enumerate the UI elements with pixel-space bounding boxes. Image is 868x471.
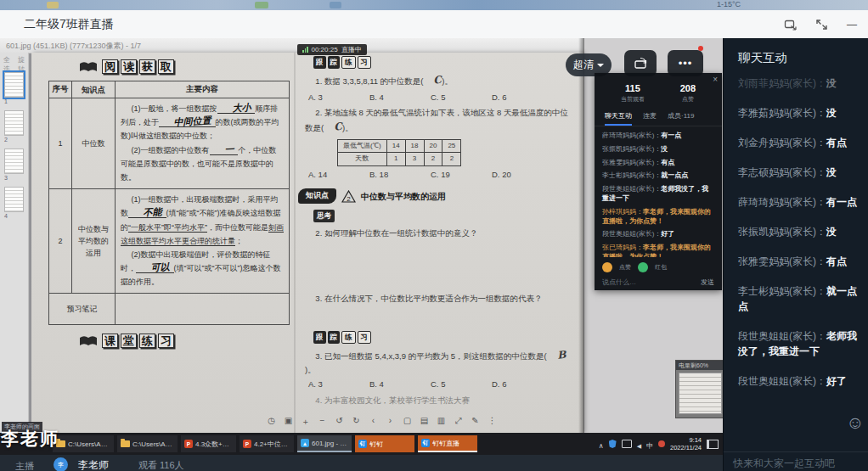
taskbar-item-label: C:\Users\Adminis...: [68, 440, 110, 448]
viewer-tool-icon[interactable]: ✎: [470, 416, 481, 428]
option: A. 3: [308, 92, 369, 104]
panel-input-row: 说点什么… 发送: [602, 278, 714, 287]
chat-input[interactable]: 快来和大家一起互动吧: [733, 457, 835, 471]
viewer-tool-icon[interactable]: ▤: [419, 416, 430, 428]
message-text: 就一点点: [661, 171, 688, 179]
row2-point: 中位数与平均数的运用: [72, 189, 116, 294]
panel-message-input[interactable]: 说点什么…: [602, 278, 636, 287]
app-icon: 钉: [358, 440, 367, 448]
handwritten-answer: 不能: [132, 207, 162, 218]
badge-char: 习: [358, 56, 372, 69]
tray-expand-icon[interactable]: [599, 436, 604, 451]
title-char: 课: [102, 334, 118, 348]
emoji-icon[interactable]: [845, 412, 865, 433]
chat-message: 张振凯妈妈(家长)：没: [738, 224, 864, 239]
handwritten-answer: 大小: [221, 103, 251, 114]
taskbar-item[interactable]: C:\Users\Adminis...: [53, 435, 114, 452]
temp-cell: 25: [442, 139, 461, 152]
redpacket-icon[interactable]: [638, 262, 648, 272]
viewer-tool-icon[interactable]: ▣: [283, 416, 294, 428]
panel-tab[interactable]: 聊天互动: [605, 111, 632, 126]
page-thumbnail[interactable]: 2: [4, 104, 24, 143]
taskbar-item[interactable]: 钉 钉钉: [355, 435, 414, 452]
minimize-icon[interactable]: [844, 18, 860, 31]
viewer-tool-icon[interactable]: ↻: [351, 416, 362, 428]
viewer-tool-icon[interactable]: ›: [385, 416, 396, 428]
viewer-tool-icon[interactable]: ＋: [300, 416, 311, 428]
taskbar-item[interactable]: 钉 钉钉直播: [418, 435, 477, 452]
speaker-icon[interactable]: [637, 436, 641, 451]
panel-chat-message: 张已琦妈妈：李老师，我来围观你的直播啦，为你点赞！: [602, 244, 714, 257]
taskbar-item-label: 4.2+中位数课件-...: [254, 440, 290, 449]
thumbnail-image[interactable]: [4, 187, 24, 212]
chat-header: 聊天互动: [738, 50, 787, 66]
message-text: 没: [826, 226, 837, 238]
page-thumbnail[interactable]: 4: [4, 181, 24, 219]
action-center-icon[interactable]: [707, 440, 719, 449]
message-text: 没: [826, 77, 837, 89]
viewer-tool-icon[interactable]: ‹: [368, 416, 379, 428]
option: B. 18: [369, 169, 431, 182]
page-thumbnail[interactable]: 3: [4, 143, 24, 181]
network-icon[interactable]: [622, 440, 632, 448]
panel-tab[interactable]: 成员·119: [668, 111, 694, 126]
option: C. 5: [431, 92, 492, 104]
preview-notes-empty: [116, 294, 290, 325]
viewer-tool-icon[interactable]: ▥: [436, 416, 447, 428]
knowledge-table: 序号 知识点 主要内容 1 中位数 (1)一般地，将一组数据按大小顺序排列后，处…: [48, 81, 290, 325]
like-icon[interactable]: [602, 262, 612, 272]
table-row: 2 中位数与平均数的运用 (1)一组数据中，出现极端数据时，采用平均数不能(填“…: [49, 189, 290, 294]
q4-partial: 4. 为丰富校园文化，某校举行学生书法大赛: [305, 395, 570, 407]
viewer-tool-icon[interactable]: −: [317, 416, 328, 428]
triangle-number-icon: 2: [341, 190, 356, 203]
taskbar-item[interactable]: C:\Users\Adminis...: [117, 435, 178, 452]
handwritten-answer: B: [546, 347, 566, 365]
col-header-num: 序号: [49, 81, 72, 98]
chat-message: 李志硕妈妈(家长)：没: [738, 165, 864, 180]
viewer-tool-icon[interactable]: ↺: [334, 416, 345, 428]
panel-chat-message: 张振凯妈妈(家长)：没: [602, 145, 714, 154]
screenshot-icon[interactable]: [783, 18, 798, 31]
live-timer: 00:20:25: [312, 46, 338, 53]
mini-window-title: 电量剩60%: [676, 361, 724, 370]
likes-stat: 208 点赞: [680, 83, 696, 104]
taskbar-item[interactable]: P 4.3众数+第一课时...: [181, 435, 236, 452]
option: B. 4: [369, 92, 431, 104]
thumbnail-image[interactable]: [4, 72, 24, 98]
viewers-stat: 115 当前观看: [621, 83, 645, 104]
viewer-tool-icon[interactable]: ⋮: [487, 416, 498, 428]
app-icon: P: [243, 440, 251, 448]
viewer-tool-icon[interactable]: ◷: [266, 416, 277, 428]
option: C. 5: [431, 378, 492, 391]
thumbnail-image[interactable]: [4, 110, 24, 136]
file-info: 601.jpg (451.1KB) (777x1230像素) - 1/7: [6, 41, 141, 52]
option: B. 4: [369, 378, 431, 391]
viewers-label: 当前观看: [621, 95, 645, 104]
viewer-tool-icon[interactable]: ▢: [402, 416, 413, 428]
q3-options: A. 3B. 4C. 5D. 6: [308, 378, 570, 391]
shield-icon[interactable]: [609, 440, 617, 448]
tray-app-icon[interactable]: [658, 440, 665, 447]
chat-message: 段世奥姐姐(家长)：好了: [738, 373, 864, 389]
signal-icon: [302, 47, 308, 53]
taskbar-item[interactable]: ▲ 601.jpg - WPS图片: [297, 435, 352, 452]
taskbar-item[interactable]: P 4.2+中位数课件-...: [240, 435, 294, 452]
page-thumbnail[interactable]: 1: [4, 66, 24, 104]
mini-preview-window[interactable]: 电量剩60%: [675, 360, 725, 418]
clock[interactable]: 9:14 2022/11/24: [670, 436, 702, 452]
viewer-tool-icon[interactable]: ⤢: [453, 416, 464, 428]
fullscreen-icon[interactable]: [814, 18, 829, 31]
close-icon[interactable]: [713, 75, 718, 84]
thumbnail-number: 3: [4, 175, 24, 181]
panel-tab[interactable]: 连麦: [643, 111, 657, 126]
panel-chat-message: 薛琦琦妈妈(家长)：有一点: [602, 132, 714, 141]
chat-panel: 聊天互动 刘雨菲妈妈(家长)：没 李雅茹妈妈(家长)：没 刘金舟妈妈(家长)：有…: [723, 38, 868, 471]
thumbnail-image[interactable]: [4, 149, 24, 174]
days-cell: 3: [405, 153, 424, 165]
sender-name: 张雅雯妈妈(家长)：: [738, 255, 826, 267]
input-method-icon[interactable]: [646, 436, 653, 451]
screen: 1-15°C 二年级7班群直播 601.jpg (451.1KB) (777x1…: [0, 0, 868, 471]
send-button[interactable]: 发送: [701, 278, 714, 287]
section-practice-header: 课堂练习: [79, 334, 293, 348]
thumbnail-number: 4: [4, 213, 24, 219]
